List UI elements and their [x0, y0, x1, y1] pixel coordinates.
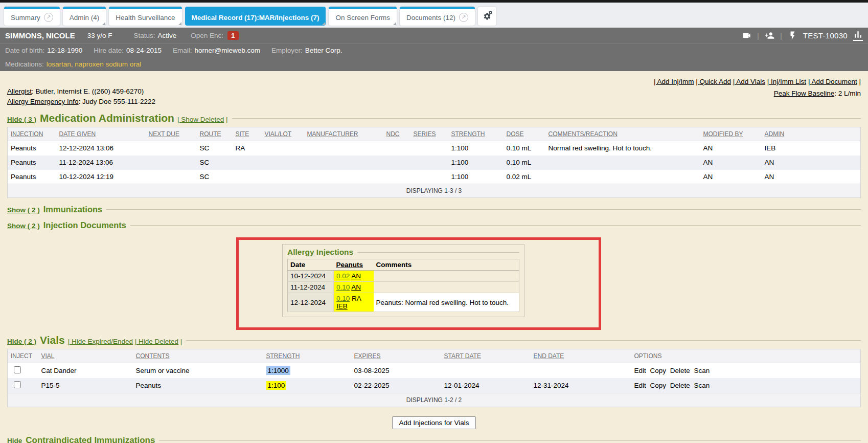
cell-dose: 0.10 mL — [504, 156, 545, 170]
divider: | — [780, 31, 782, 40]
cell-dose-highlighted: 0.10 AN — [334, 282, 374, 293]
video-camera-icon[interactable] — [742, 31, 751, 40]
scan-link[interactable]: Scan — [694, 367, 710, 374]
cell-comments: Normal red swelling. Hot to touch. — [545, 141, 700, 156]
col-admin[interactable]: ADMIN — [762, 127, 861, 141]
cell-options: Edit Copy Delete Scan — [631, 378, 861, 393]
copy-link[interactable]: Copy — [650, 382, 667, 389]
med-admin-hide-toggle[interactable]: Hide ( 3 ) — [7, 116, 36, 123]
tab-medical-record[interactable]: Medical Record (17):MAR/Injections (7) — [185, 7, 326, 26]
bar-chart-icon[interactable] — [853, 30, 863, 41]
cell-comments — [545, 170, 700, 184]
col-strength[interactable]: STRENGTH — [263, 349, 351, 363]
col-modified-by[interactable]: MODIFIED BY — [700, 127, 762, 141]
small-gear-icon — [488, 10, 493, 15]
col-strength[interactable]: STRENGTH — [448, 127, 504, 141]
cell-start-date: 12-01-2024 — [441, 378, 531, 393]
popout-arrow-icon[interactable]: ↗ — [44, 13, 53, 22]
immunizations-show-toggle[interactable]: Show ( 2 ) — [7, 206, 40, 214]
cell-manufacturer — [304, 141, 383, 156]
inj-imm-list-link[interactable]: Inj/Imm List — [767, 78, 806, 85]
vial-inject-checkbox[interactable] — [14, 381, 21, 388]
add-injections-for-vials-button[interactable]: Add Injections for Vials — [392, 416, 475, 429]
delete-link[interactable]: Delete — [670, 367, 690, 374]
col-options: OPTIONS — [631, 349, 861, 363]
dob-value: 12-18-1990 — [47, 47, 82, 54]
col-comments-reaction[interactable]: COMMENTS/REACTION — [545, 127, 700, 141]
edit-link[interactable]: Edit — [634, 367, 646, 374]
col-comments: Comments — [374, 259, 519, 271]
col-date-given[interactable]: DATE GIVEN — [56, 127, 146, 141]
col-next-due[interactable]: NEXT DUE — [146, 127, 197, 141]
dose-link[interactable]: 0.10 — [336, 295, 350, 302]
col-contents[interactable]: CONTENTS — [133, 349, 263, 363]
col-route[interactable]: ROUTE — [197, 127, 233, 141]
hide-expired-ended-link[interactable]: Hide Expired/Ended — [68, 338, 133, 345]
col-peanuts[interactable]: Peanuts — [334, 259, 374, 271]
status-label: Status: — [133, 32, 155, 39]
show-deleted-link[interactable]: Show Deleted — [177, 116, 224, 123]
cell-dose-highlighted: 0.10 RA IEB — [334, 293, 374, 312]
dose-link[interactable]: 0.02 — [336, 272, 350, 280]
contraindicated-hide-toggle[interactable]: Hide — [7, 437, 22, 443]
cell-strength: 1:100 — [263, 378, 351, 393]
col-injection[interactable]: INJECTION — [8, 127, 56, 141]
hide-deleted-link[interactable]: Hide Deleted — [135, 338, 178, 345]
peak-flow-baseline-link[interactable]: Peak Flow Baseline — [774, 90, 836, 97]
tab-on-screen-forms[interactable]: On Screen Forms — [329, 7, 397, 26]
col-manufacturer[interactable]: MANUFACTURER — [304, 127, 383, 141]
allergist-link[interactable]: Allergist — [7, 87, 34, 95]
col-expires[interactable]: EXPIRES — [351, 349, 441, 363]
table-header-row: Date Peanuts Comments — [288, 259, 519, 271]
contraindicated-immunizations-header: Hide Contraindicated Immunizations — [7, 435, 861, 443]
vial-inject-checkbox[interactable] — [14, 366, 21, 373]
tab-summary-label: Summary — [11, 14, 40, 21]
initials-link[interactable]: AN — [351, 283, 361, 291]
cell-dose: 0.02 mL — [504, 170, 545, 184]
col-site[interactable]: SITE — [233, 127, 262, 141]
cell-ndc — [383, 170, 410, 184]
person-add-icon[interactable] — [765, 31, 774, 40]
med-admin-title: Medication Administration — [40, 112, 174, 124]
delete-link[interactable]: Delete — [670, 382, 690, 389]
medication-link[interactable]: naproxen sodium oral — [75, 60, 141, 68]
medication-link[interactable]: losartan — [47, 60, 75, 68]
tab-documents[interactable]: Documents (12) ↗ — [400, 7, 475, 26]
tab-admin[interactable]: Admin (4) — [63, 7, 106, 26]
allergy-emergency-info-link[interactable]: Allergy Emergency Info — [7, 98, 80, 105]
add-inj-imm-link[interactable]: Add Inj/Imm — [654, 78, 694, 85]
open-enc-badge[interactable]: 1 — [227, 31, 239, 40]
tab-settings-button[interactable] — [478, 7, 496, 26]
divider — [159, 440, 861, 441]
col-end-date[interactable]: END DATE — [531, 349, 631, 363]
tab-summary[interactable]: Summary ↗ — [4, 7, 60, 26]
col-series[interactable]: SERIES — [410, 127, 448, 141]
col-dose[interactable]: DOSE — [504, 127, 545, 141]
cell-vial-lot — [262, 141, 304, 156]
cell-date: 10-12-2024 — [288, 271, 334, 282]
col-start-date[interactable]: START DATE — [441, 349, 531, 363]
col-ndc[interactable]: NDC — [383, 127, 410, 141]
col-vial-lot[interactable]: VIAL/LOT — [262, 127, 304, 141]
injection-documents-show-toggle[interactable]: Show ( 2 ) — [7, 222, 40, 230]
table-header-row: INJECT VIAL CONTENTS STRENGTH EXPIRES ST… — [8, 349, 861, 363]
allergy-injections-box: Allergy Injections Date Peanuts Comments… — [282, 244, 524, 317]
col-vial[interactable]: VIAL — [38, 349, 133, 363]
initials-link[interactable]: IEB — [336, 302, 348, 310]
lightning-bolt-icon[interactable] — [788, 31, 797, 40]
copy-link[interactable]: Copy — [650, 367, 667, 374]
table-header-row: INJECTION DATE GIVEN NEXT DUE ROUTE SITE… — [8, 127, 861, 141]
add-document-link[interactable]: Add Document — [808, 78, 857, 85]
tab-health-surveillance[interactable]: Health Surveillance — [109, 7, 181, 26]
edit-link[interactable]: Edit — [634, 382, 646, 389]
peak-flow-value: 2 L/min — [836, 90, 861, 97]
vials-hide-toggle[interactable]: Hide ( 2 ) — [7, 338, 36, 345]
contraindicated-title: Contraindicated Immunizations — [26, 435, 155, 443]
popout-arrow-icon[interactable]: ↗ — [459, 13, 468, 22]
cell-end-date — [531, 363, 631, 379]
quick-add-link[interactable]: Quick Add — [696, 78, 731, 85]
initials-link[interactable]: AN — [351, 272, 361, 280]
scan-link[interactable]: Scan — [694, 382, 710, 389]
dose-link[interactable]: 0.10 — [336, 283, 350, 291]
add-vials-link[interactable]: Add Vials — [733, 78, 765, 85]
